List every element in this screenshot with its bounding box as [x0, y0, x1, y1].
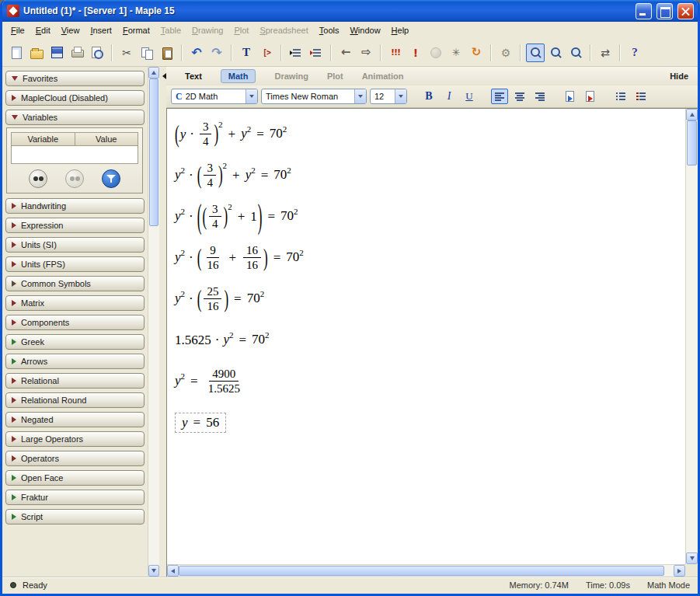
palette-relational-round[interactable]: Relational Round — [5, 392, 145, 408]
tab-text[interactable]: Text — [185, 71, 202, 81]
menu-format[interactable]: Format — [117, 23, 155, 37]
font-select[interactable]: Times New Roman — [261, 89, 367, 104]
document-horizontal-scroll-track[interactable] — [179, 565, 674, 577]
palette-variables[interactable]: Variables — [5, 110, 145, 125]
insert-group-before-button[interactable] — [287, 44, 305, 62]
print-preview-button[interactable] — [88, 44, 106, 62]
tab-drawing[interactable]: Drawing — [274, 71, 308, 81]
palette-expression[interactable]: Expression — [5, 218, 145, 233]
italic-button[interactable]: I — [441, 89, 458, 104]
equation-row[interactable]: y=56 — [167, 402, 685, 443]
menu-file[interactable]: File — [5, 23, 30, 37]
menu-help[interactable]: Help — [386, 23, 415, 37]
equation-row[interactable]: y2·(916+1616)=702 — [167, 237, 685, 278]
palette-matrix[interactable]: Matrix — [5, 295, 145, 311]
go-back-button[interactable]: ← — [336, 44, 355, 62]
print-button[interactable] — [68, 44, 86, 62]
align-right-button[interactable] — [531, 89, 549, 104]
palette-units-si[interactable]: Units (SI) — [5, 237, 145, 253]
equation-row[interactable]: y2·(34)2+y2=702 — [167, 155, 685, 196]
menu-plot[interactable]: Plot — [228, 23, 254, 37]
execute-selection-button[interactable]: ! — [406, 44, 425, 62]
document-vertical-scroll-thumb[interactable] — [687, 120, 697, 166]
palette-negated[interactable]: Negated — [5, 412, 145, 427]
sidebar-scrollbar[interactable] — [148, 67, 159, 577]
equation-row[interactable]: y2·((34)2+1)=702 — [167, 196, 685, 237]
menu-table[interactable]: Table — [155, 23, 186, 37]
clear-variables-button[interactable] — [65, 169, 84, 188]
equation-row[interactable]: (y·34)2+y2=702 — [167, 113, 685, 155]
restart-server-button[interactable]: ↻ — [467, 44, 486, 62]
minimize-button[interactable] — [636, 3, 652, 19]
menu-insert[interactable]: Insert — [85, 23, 117, 37]
document-scroll-up-button[interactable] — [686, 109, 698, 120]
palette-greek[interactable]: Greek — [5, 334, 145, 350]
paste-button[interactable] — [158, 44, 176, 62]
palette-common-symbols[interactable]: Common Symbols — [5, 276, 145, 291]
palette-operators[interactable]: Operators — [5, 451, 145, 466]
palette-fraktur[interactable]: Fraktur — [5, 490, 145, 505]
sidebar-splitter[interactable] — [159, 67, 166, 577]
align-left-button[interactable] — [491, 89, 508, 104]
copy-button[interactable] — [138, 44, 156, 62]
align-center-button[interactable] — [511, 89, 528, 104]
insert-maple-input-button[interactable]: [> — [257, 44, 276, 62]
help-button[interactable]: ? — [625, 44, 644, 62]
document-scroll-left-button[interactable] — [167, 565, 179, 577]
font-select-dropdown-button[interactable] — [354, 89, 366, 103]
sidebar-scroll-up-button[interactable] — [148, 67, 159, 78]
toggle-tabs-button[interactable]: ⇄ — [596, 44, 615, 62]
auto-execute-button[interactable]: ⚙ — [496, 44, 515, 62]
menu-edit[interactable]: Edit — [30, 23, 56, 37]
tab-plot[interactable]: Plot — [327, 71, 343, 81]
menu-view[interactable]: View — [56, 23, 85, 37]
equation-row[interactable]: y2=49001.5625 — [167, 361, 685, 402]
document-vertical-scroll-track[interactable] — [686, 120, 698, 552]
enclose-block-button[interactable] — [562, 89, 579, 104]
sidebar-scroll-down-button[interactable] — [148, 565, 159, 577]
palette-favorites[interactable]: Favorites — [5, 71, 145, 86]
size-select[interactable]: 12 — [370, 89, 407, 104]
zoom-out-button[interactable] — [566, 44, 585, 62]
menu-tools[interactable]: Tools — [314, 23, 345, 37]
palette-handwriting[interactable]: Handwriting — [5, 198, 145, 214]
new-document-button[interactable] — [7, 44, 26, 62]
undo-button[interactable]: ↶ — [187, 44, 206, 62]
interrupt-button[interactable] — [427, 44, 445, 62]
execute-worksheet-button[interactable]: !!! — [386, 44, 405, 62]
document-horizontal-scroll-thumb[interactable] — [179, 566, 664, 576]
close-button[interactable] — [677, 3, 694, 19]
palette-open-face[interactable]: Open Face — [5, 470, 145, 486]
cut-button[interactable]: ✂ — [117, 44, 136, 62]
palette-maplecloud-disabled[interactable]: MapleCloud (Disabled) — [5, 90, 145, 106]
underline-button[interactable]: U — [461, 89, 478, 104]
worksheet-document[interactable]: (y·34)2+y2=702y2·(34)2+y2=702y2·((34)2+1… — [167, 109, 685, 564]
document-scroll-down-button[interactable] — [686, 552, 698, 564]
numbered-list-button[interactable] — [632, 89, 650, 104]
sidebar-scroll-track[interactable] — [148, 78, 159, 565]
watch-variables-button[interactable] — [29, 169, 47, 188]
menu-spreadsheet[interactable]: Spreadsheet — [254, 23, 313, 37]
palette-arrows[interactable]: Arrows — [5, 354, 145, 369]
equation-row[interactable]: 1.5625·y2=702 — [167, 319, 685, 361]
remove-block-button[interactable] — [582, 89, 599, 104]
tab-animation[interactable]: Animation — [362, 71, 404, 81]
bold-button[interactable]: B — [420, 89, 437, 104]
title-bar[interactable]: Untitled (1)* - [Server 1] - Maple 15 — [2, 0, 698, 22]
app-icon[interactable] — [7, 5, 19, 17]
palette-large-operators[interactable]: Large Operators — [5, 431, 145, 447]
sidebar-scroll-thumb[interactable] — [149, 78, 158, 226]
style-select-dropdown-button[interactable] — [246, 89, 257, 103]
zoom-default-button[interactable] — [526, 44, 545, 62]
size-select-dropdown-button[interactable] — [395, 89, 406, 103]
redo-button[interactable]: ↷ — [207, 44, 226, 62]
palette-relational[interactable]: Relational — [5, 373, 145, 389]
document-horizontal-scrollbar[interactable] — [167, 564, 685, 577]
menu-drawing[interactable]: Drawing — [186, 23, 228, 37]
menu-window[interactable]: Window — [344, 23, 385, 37]
document-vertical-scrollbar[interactable] — [685, 109, 698, 564]
insert-text-button[interactable]: T — [237, 44, 256, 62]
collapse-sidebar-icon[interactable] — [159, 73, 166, 79]
style-select[interactable]: C2D Math — [171, 89, 258, 104]
tab-math[interactable]: Math — [221, 69, 256, 83]
